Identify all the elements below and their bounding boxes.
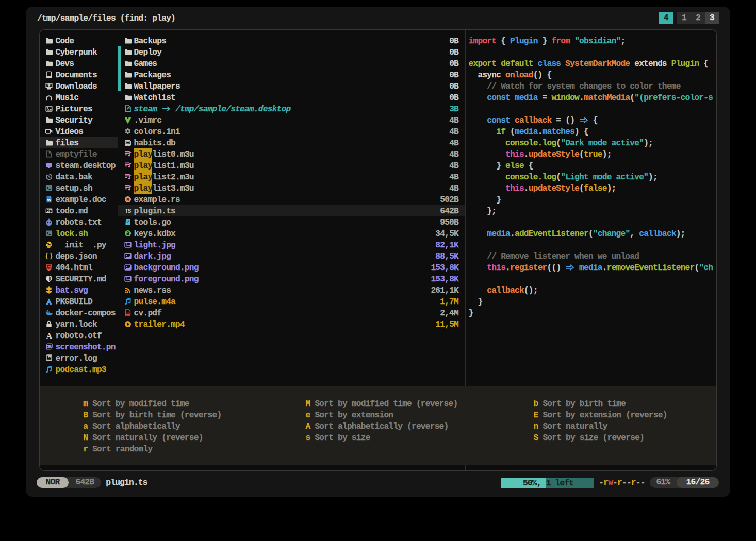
svg-text:PDF: PDF	[126, 312, 130, 315]
svg-text:TS: TS	[125, 208, 131, 214]
svg-text:R: R	[126, 197, 130, 202]
svg-text:A: A	[46, 332, 53, 339]
